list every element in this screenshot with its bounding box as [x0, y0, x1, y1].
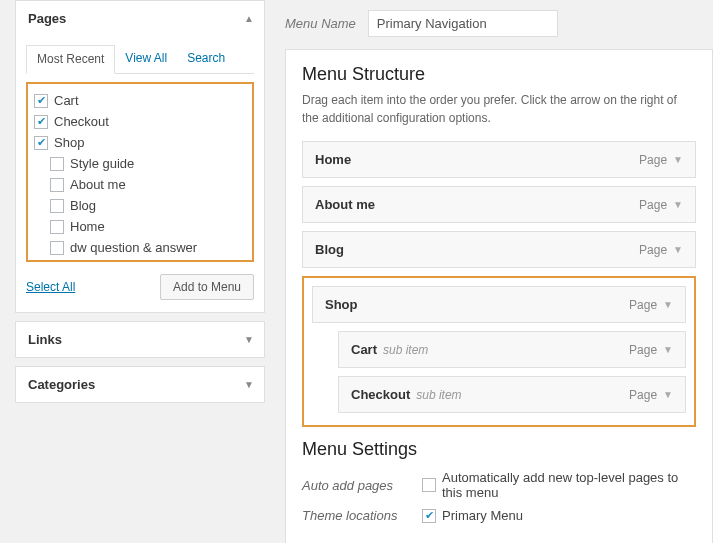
pages-highlight-box: CartCheckoutShopStyle guideAbout meBlogH…	[26, 82, 254, 262]
menu-item[interactable]: HomePage▼	[302, 141, 696, 178]
page-row: Cart	[32, 90, 248, 111]
menu-item-title: Home	[315, 152, 351, 167]
menu-item-type: Page	[639, 198, 667, 212]
page-label: Home	[70, 219, 105, 234]
page-checkbox[interactable]	[50, 220, 64, 234]
page-row: dw question & answer	[32, 237, 248, 258]
pages-title: Pages	[28, 11, 66, 26]
page-row: Style guide	[32, 153, 248, 174]
page-checkbox[interactable]	[34, 136, 48, 150]
menu-name-row: Menu Name	[285, 0, 713, 49]
chevron-down-icon[interactable]: ▼	[663, 299, 673, 310]
expand-icon: ▼	[244, 334, 254, 345]
page-label: About me	[70, 177, 126, 192]
auto-add-checkbox[interactable]	[422, 478, 436, 492]
menu-item-title: Cart	[351, 342, 377, 357]
menu-item-title: Shop	[325, 297, 358, 312]
menu-item-type: Page	[629, 343, 657, 357]
menu-item-type: Page	[629, 388, 657, 402]
chevron-down-icon[interactable]: ▼	[673, 199, 683, 210]
menu-name-label: Menu Name	[285, 16, 356, 31]
menu-item-title: About me	[315, 197, 375, 212]
menu-item[interactable]: Checkoutsub itemPage▼	[338, 376, 686, 413]
pages-tabs: Most Recent View All Search	[26, 44, 254, 74]
tab-most-recent[interactable]: Most Recent	[26, 45, 115, 74]
sub-item-label: sub item	[416, 388, 461, 402]
sub-item-label: sub item	[383, 343, 428, 357]
auto-add-label: Auto add pages	[302, 478, 422, 493]
theme-location-checkbox[interactable]	[422, 509, 436, 523]
links-accordion-toggle[interactable]: Links ▼	[16, 322, 264, 357]
categories-metabox: Categories ▼	[15, 366, 265, 403]
menu-items-container: HomePage▼About mePage▼BlogPage▼	[302, 141, 696, 268]
theme-locations-label: Theme locations	[302, 508, 422, 523]
chevron-down-icon[interactable]: ▼	[673, 244, 683, 255]
page-label: dw question & answer	[70, 240, 197, 255]
settings-heading: Menu Settings	[302, 439, 696, 460]
menu-item[interactable]: Cartsub itemPage▼	[338, 331, 686, 368]
menu-item-type: Page	[629, 298, 657, 312]
add-to-menu-button[interactable]: Add to Menu	[160, 274, 254, 300]
page-row: Blog	[32, 195, 248, 216]
menu-item[interactable]: ShopPage▼	[312, 286, 686, 323]
pages-checklist[interactable]: CartCheckoutShopStyle guideAbout meBlogH…	[32, 90, 248, 258]
page-checkbox[interactable]	[50, 178, 64, 192]
menu-frame: Menu Structure Drag each item into the o…	[285, 49, 713, 543]
page-checkbox[interactable]	[50, 241, 64, 255]
page-label: Shop	[54, 135, 84, 150]
chevron-down-icon[interactable]: ▼	[663, 344, 673, 355]
page-checkbox[interactable]	[50, 199, 64, 213]
menu-items-highlight-box: ShopPage▼Cartsub itemPage▼Checkoutsub it…	[302, 276, 696, 427]
menu-item-type: Page	[639, 243, 667, 257]
menu-item[interactable]: BlogPage▼	[302, 231, 696, 268]
tab-search[interactable]: Search	[177, 45, 235, 74]
menu-item-title: Checkout	[351, 387, 410, 402]
auto-add-option-text: Automatically add new top-level pages to…	[442, 470, 696, 500]
select-all-link[interactable]: Select All	[26, 280, 75, 294]
page-checkbox[interactable]	[34, 115, 48, 129]
links-title: Links	[28, 332, 62, 347]
collapse-icon: ▲	[244, 13, 254, 24]
structure-description: Drag each item into the order you prefer…	[302, 91, 696, 127]
page-label: Cart	[54, 93, 79, 108]
categories-title: Categories	[28, 377, 95, 392]
expand-icon: ▼	[244, 379, 254, 390]
tab-view-all[interactable]: View All	[115, 45, 177, 74]
chevron-down-icon[interactable]: ▼	[673, 154, 683, 165]
page-row: Home	[32, 216, 248, 237]
links-metabox: Links ▼	[15, 321, 265, 358]
menu-item-type: Page	[639, 153, 667, 167]
menu-name-input[interactable]	[368, 10, 558, 37]
page-checkbox[interactable]	[50, 157, 64, 171]
chevron-down-icon[interactable]: ▼	[663, 389, 673, 400]
page-label: Checkout	[54, 114, 109, 129]
pages-metabox: Pages ▲ Most Recent View All Search Cart…	[15, 0, 265, 313]
menu-item[interactable]: About mePage▼	[302, 186, 696, 223]
page-row: Checkout	[32, 111, 248, 132]
page-row: About me	[32, 174, 248, 195]
pages-accordion-toggle[interactable]: Pages ▲	[16, 1, 264, 36]
structure-heading: Menu Structure	[302, 64, 696, 85]
page-row: Shop	[32, 132, 248, 153]
page-label: Style guide	[70, 156, 134, 171]
menu-item-title: Blog	[315, 242, 344, 257]
categories-accordion-toggle[interactable]: Categories ▼	[16, 367, 264, 402]
page-checkbox[interactable]	[34, 94, 48, 108]
page-label: Blog	[70, 198, 96, 213]
theme-location-option-text: Primary Menu	[442, 508, 523, 523]
